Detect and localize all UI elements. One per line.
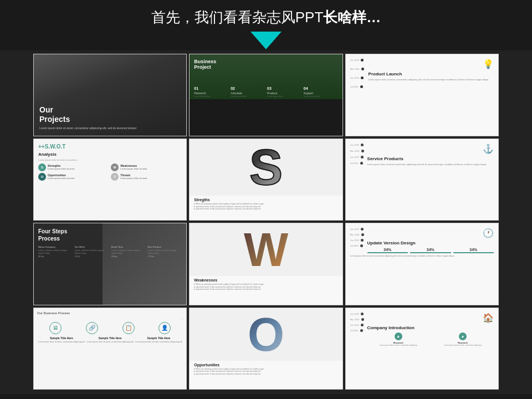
- slide-opportunities: O Opportunities ▸ When an unknown printe…: [189, 308, 342, 390]
- slide8-bullet3: ▸ specimen book: It has survived not onl…: [194, 288, 337, 291]
- lightbulb-icon: 💡: [369, 59, 494, 69]
- swot-w-circle: W: [111, 163, 119, 171]
- slide11-bullet3: ▸ specimen book: It has survived not onl…: [194, 373, 337, 376]
- slide-swot: ++S.W.O.T Analysis Lorem ipsum dolor sit…: [33, 139, 187, 221]
- slide2-title: BusinessProject: [194, 59, 337, 70]
- proc-icon-1: 🖥: [49, 322, 62, 334]
- slide2-step-2: 02 Calculate Lorem ipsum dolor: [231, 86, 265, 98]
- swot-strengths: S StrengthsLorem ipsum dolor sit amet: [38, 163, 109, 171]
- slide2-step-1: 01 Research Lorem ipsum dolor: [194, 86, 228, 98]
- slides-grid: OurProjects Lorem ipsum dolor sit amet, …: [0, 50, 532, 394]
- step-label-3: Break Time: [111, 245, 146, 248]
- swot-threats: T ThreatsLorem ipsum dolor sit amet: [111, 173, 182, 181]
- res-icon-2: ▲: [459, 332, 467, 340]
- step-label-2: Our Work: [75, 245, 109, 248]
- slide7-step-3: Break Time Lorem, ut labore et dolore ma…: [111, 245, 146, 258]
- slide-strengths: S Stregths ▸ When an unknown printer too…: [189, 139, 342, 221]
- slide7-step-4: New Product Lorem, ut labore et dolore m…: [147, 245, 182, 258]
- slide8-title: Weaknesses: [194, 278, 337, 282]
- step1-num: 01: [194, 86, 228, 90]
- research-item-2: ▲ Research Lorem ipsum dolor sit amet, c…: [432, 332, 494, 347]
- o-letter: O: [248, 311, 284, 358]
- step4-label: Support: [304, 91, 338, 95]
- slide1-title: OurProjects: [39, 105, 181, 124]
- step-desc-1: Lorem, ut labore et dolore magna aliqua …: [38, 249, 73, 254]
- stat-2: 34%: [410, 248, 451, 253]
- slide6-desc: Lorem ipsum dolor sit amet consectetur a…: [367, 163, 494, 166]
- slide3-title: Product Launch: [369, 71, 494, 76]
- slide12-title: Company Introduction: [350, 325, 494, 330]
- proc-item-1: Sample Title Here Lorem ipsum dolor sit …: [37, 336, 86, 344]
- proc-item-2: Sample Title Here Lorem ipsum dolor sit …: [86, 336, 135, 344]
- stat-3: 34%: [453, 248, 494, 253]
- slide9-desc: Lorem ipsum dolor sit amet consectetur a…: [350, 255, 494, 258]
- step-desc-3: Lorem, ut labore et dolore magna aliqua …: [111, 249, 146, 254]
- slide-business-project: BusinessProject 01 Research Lorem ipsum …: [189, 54, 342, 136]
- house-icon: 🏠: [350, 313, 494, 323]
- slide7-step-2: Our Work Lorem, ut labore et dolore magn…: [75, 245, 109, 258]
- stat-1: 34%: [367, 248, 408, 253]
- slide-service-products: Jan 2016 Mar 2016 Jun 2016 Jul 2016 ⚓ Se…: [345, 139, 499, 221]
- step2-num: 02: [231, 86, 265, 90]
- step3-label: Produce: [267, 91, 301, 95]
- proc-icon-2: 🔗: [86, 322, 98, 334]
- step1-label: Research: [194, 91, 228, 95]
- proc-item-3: Sample Title Here Lorem ipsum dolor sit …: [135, 336, 183, 344]
- slide5-bullet3: ▸ specimen book: It has survived not onl…: [194, 208, 337, 211]
- anchor-icon: ⚓: [367, 144, 494, 154]
- slide-product-launch: Jan 2016 Mar 2016 Jun 2016 Jul 2016 💡 Pr…: [345, 54, 499, 136]
- proc-icon-3: 📋: [122, 322, 135, 334]
- slide-four-steps: Four StepsProcess About Company Lorem, u…: [33, 223, 187, 305]
- slide6-title: Service Products: [367, 156, 494, 161]
- slide11-title: Opportunities: [194, 363, 337, 367]
- proc-icon-4: 👤: [158, 322, 171, 334]
- step-label-4: New Product: [147, 245, 182, 248]
- header-title: 首先，我们看看杂志风PPT长啥样…: [0, 8, 532, 27]
- slide-weaknesses: W Weaknesses ▸ When an unknown printer t…: [189, 223, 342, 305]
- research-item-1: ▲ Research Lorem ipsum dolor sit amet, c…: [367, 332, 429, 347]
- s-letter: S: [249, 142, 283, 192]
- step2-label: Calculate: [231, 91, 265, 95]
- header-title-bold: 长啥样…: [323, 9, 381, 25]
- slide1-desc: Lorem ipsum dolor sit amet, consectetur …: [39, 126, 181, 130]
- slide9-title: Update Version Design: [350, 241, 494, 245]
- w-letter: W: [244, 226, 288, 273]
- swot-t-circle: T: [111, 173, 119, 181]
- slide5-title: Stregths: [194, 198, 337, 202]
- step-desc-4: Lorem, ut labore et dolore magna aliqua …: [147, 249, 182, 254]
- step4-num: 04: [304, 86, 338, 90]
- res-icon-1: ▲: [395, 332, 402, 340]
- step-label-1: About Company: [38, 245, 73, 248]
- slide3-desc: Lorem ipsum dolor sit amet, consectetur …: [369, 78, 494, 81]
- slide-update-version: Jan 2016 Mar 2016 Jun 2016 Jul 2016 🕐 Up…: [345, 223, 499, 305]
- swot-weaknesses: W WeaknessesLorem ipsum dolor sit amet: [111, 163, 182, 171]
- slide7-title: Four StepsProcess: [38, 228, 182, 242]
- clock-icon: 🕐: [350, 228, 494, 238]
- slide4-title: ++S.W.O.T: [38, 144, 182, 150]
- step3-num: 03: [267, 86, 301, 90]
- swot-opportunities: O OpportunitiesLorem ipsum dolor sit ame…: [38, 173, 109, 181]
- slide2-step-4: 04 Support Lorem ipsum dolor: [304, 86, 338, 98]
- slide10-title: Our Business Process: [37, 311, 183, 315]
- slide-our-projects: OurProjects Lorem ipsum dolor sit amet, …: [33, 54, 187, 136]
- slide7-step-1: About Company Lorem, ut labore et dolore…: [38, 245, 73, 258]
- page-header: 首先，我们看看杂志风PPT长啥样…: [0, 0, 532, 49]
- header-title-normal: 首先，我们看看杂志风PPT: [151, 9, 324, 25]
- swot-o-circle: O: [38, 173, 46, 181]
- slide2-step-3: 03 Produce Lorem ipsum dolor: [267, 86, 301, 98]
- swot-s-circle: S: [38, 163, 46, 171]
- slide-business-process: Our Business Process — 🖥 🔗 📋 👤 Sample Ti…: [33, 308, 187, 390]
- slide4-subtitle: Analysis: [38, 152, 182, 157]
- step-desc-2: Lorem, ut labore et dolore magna aliqua …: [75, 249, 109, 254]
- arrow-down-indicator: [250, 32, 282, 49]
- slide-company-introduction: Jan 2016 Mar 2016 Jun 2016 Jul 2016 🏠 Co…: [345, 308, 499, 390]
